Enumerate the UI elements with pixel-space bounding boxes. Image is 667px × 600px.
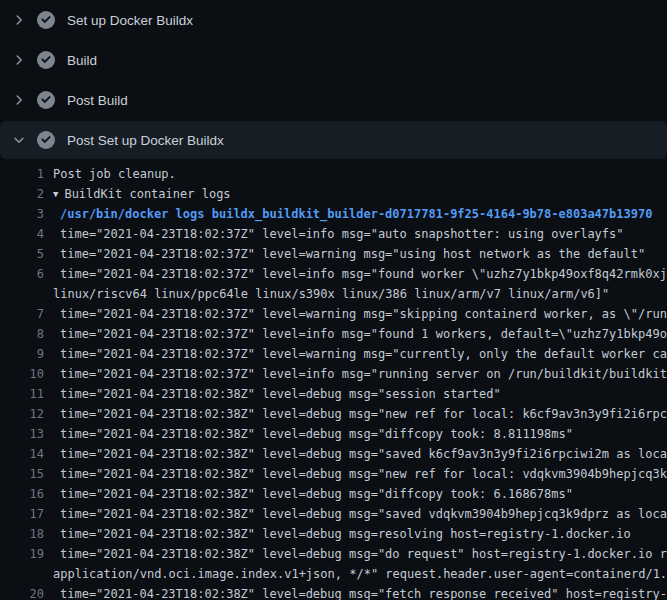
log-text-row: time="2021-04-23T18:02:38Z" level=debug … <box>53 424 573 444</box>
log-text-row: time="2021-04-23T18:02:38Z" level=debug … <box>53 504 667 524</box>
log-text-row: time="2021-04-23T18:02:37Z" level=info m… <box>53 264 667 284</box>
log-line-number[interactable]: 8 <box>0 324 44 344</box>
log-line-text: time="2021-04-23T18:02:38Z" level=debug … <box>44 584 667 600</box>
log-line-number[interactable]: 11 <box>0 384 44 404</box>
log-line-number[interactable]: 20 <box>0 584 44 600</box>
log-text-row: time="2021-04-23T18:02:37Z" level=info m… <box>53 364 667 384</box>
log-line-text: time="2021-04-23T18:02:37Z" level=info m… <box>44 264 667 304</box>
job-steps-list: Set up Docker Buildx Build P <box>0 0 667 159</box>
log-line-text: time="2021-04-23T18:02:37Z" level=warnin… <box>44 304 667 324</box>
log-line-number[interactable]: 12 <box>0 404 44 424</box>
log-text-row: time="2021-04-23T18:02:37Z" level=info m… <box>53 224 624 244</box>
log-text-row: time="2021-04-23T18:02:38Z" level=debug … <box>53 464 667 484</box>
chevron-right-icon <box>11 92 27 108</box>
log-text-wrap-row: application/vnd.oci.image.index.v1+json,… <box>53 564 667 584</box>
log-line-text: time="2021-04-23T18:02:38Z" level=debug … <box>44 384 501 404</box>
log-line-number[interactable]: 10 <box>0 364 44 384</box>
log-text-row: time="2021-04-23T18:02:38Z" level=debug … <box>53 384 501 404</box>
log-line-text: time="2021-04-23T18:02:38Z" level=debug … <box>44 404 667 424</box>
log-line: 8 time="2021-04-23T18:02:37Z" level=info… <box>0 324 667 344</box>
log-line-text: time="2021-04-23T18:02:38Z" level=debug … <box>44 484 573 504</box>
step-label: Post Set up Docker Buildx <box>67 133 224 148</box>
log-line-number[interactable]: 18 <box>0 524 44 544</box>
log-line-text: time="2021-04-23T18:02:37Z" level=info m… <box>44 224 624 244</box>
check-circle-icon <box>37 91 55 109</box>
log-line-text: time="2021-04-23T18:02:37Z" level=warnin… <box>44 344 667 364</box>
step-row-build[interactable]: Build <box>0 40 667 80</box>
log-text-row: time="2021-04-23T18:02:38Z" level=debug … <box>53 484 573 504</box>
log-line-number[interactable]: 19 <box>0 544 44 564</box>
log-line-text: time="2021-04-23T18:02:38Z" level=debug … <box>44 464 667 484</box>
step-label: Post Build <box>67 93 128 108</box>
step-row-post-build[interactable]: Post Build <box>0 80 667 120</box>
log-line-number[interactable]: 13 <box>0 424 44 444</box>
log-text-wrap-row: linux/riscv64 linux/ppc64le linux/s390x … <box>53 284 667 304</box>
log-line-number[interactable]: 6 <box>0 264 44 284</box>
log-text-row: /usr/bin/docker logs buildx_buildkit_bui… <box>53 204 652 224</box>
log-line-text: time="2021-04-23T18:02:38Z" level=debug … <box>44 504 667 524</box>
log-line-number[interactable]: 16 <box>0 484 44 504</box>
log-line-text: time="2021-04-23T18:02:37Z" level=info m… <box>44 324 667 344</box>
chevron-right-icon <box>11 52 27 68</box>
log-text-row: BuildKit container logs <box>64 187 230 201</box>
log-line: 4 time="2021-04-23T18:02:37Z" level=info… <box>0 224 667 244</box>
log-line: 5 time="2021-04-23T18:02:37Z" level=warn… <box>0 244 667 264</box>
log-line: 3 /usr/bin/docker logs buildx_buildkit_b… <box>0 204 667 224</box>
step-log-output: 1 Post job cleanup. 2 ▼BuildKit containe… <box>0 160 667 600</box>
log-line-text: time="2021-04-23T18:02:37Z" level=warnin… <box>44 244 645 264</box>
log-line: 19 time="2021-04-23T18:02:38Z" level=deb… <box>0 544 667 584</box>
log-line-text: time="2021-04-23T18:02:37Z" level=info m… <box>44 364 667 384</box>
log-line-text: time="2021-04-23T18:02:38Z" level=debug … <box>44 544 667 584</box>
check-circle-icon <box>37 51 55 69</box>
log-line-number[interactable]: 1 <box>0 164 44 184</box>
log-line-number[interactable]: 2 <box>0 184 44 204</box>
log-line-number[interactable]: 7 <box>0 304 44 324</box>
log-text-row: time="2021-04-23T18:02:37Z" level=info m… <box>53 324 667 344</box>
log-line: 7 time="2021-04-23T18:02:37Z" level=warn… <box>0 304 667 324</box>
log-line-number[interactable]: 5 <box>0 244 44 264</box>
log-line-text: /usr/bin/docker logs buildx_buildkit_bui… <box>44 204 652 224</box>
chevron-down-icon <box>11 132 27 148</box>
log-text-row: time="2021-04-23T18:02:38Z" level=debug … <box>53 544 667 564</box>
step-label: Build <box>67 53 97 68</box>
log-line: 20 time="2021-04-23T18:02:38Z" level=deb… <box>0 584 667 600</box>
log-text-row: time="2021-04-23T18:02:37Z" level=warnin… <box>53 304 667 324</box>
log-text-row: time="2021-04-23T18:02:38Z" level=debug … <box>53 524 631 544</box>
log-line: 18 time="2021-04-23T18:02:38Z" level=deb… <box>0 524 667 544</box>
log-text-row: time="2021-04-23T18:02:38Z" level=debug … <box>53 404 667 424</box>
log-line-number[interactable]: 14 <box>0 444 44 464</box>
log-line: 12 time="2021-04-23T18:02:38Z" level=deb… <box>0 404 667 424</box>
step-row-set-up-docker-buildx[interactable]: Set up Docker Buildx <box>0 0 667 40</box>
log-line: 14 time="2021-04-23T18:02:38Z" level=deb… <box>0 444 667 464</box>
log-line-text: time="2021-04-23T18:02:38Z" level=debug … <box>44 444 667 464</box>
log-line-number[interactable]: 9 <box>0 344 44 364</box>
log-line: 15 time="2021-04-23T18:02:38Z" level=deb… <box>0 464 667 484</box>
log-line-number[interactable]: 3 <box>0 204 44 224</box>
check-circle-icon <box>37 131 55 149</box>
log-line-text: Post job cleanup. <box>44 164 176 184</box>
log-text-row: time="2021-04-23T18:02:38Z" level=debug … <box>53 444 667 464</box>
log-line-text: time="2021-04-23T18:02:38Z" level=debug … <box>44 524 631 544</box>
log-line: 10 time="2021-04-23T18:02:37Z" level=inf… <box>0 364 667 384</box>
log-line-number[interactable]: 4 <box>0 224 44 244</box>
log-line-number[interactable]: 15 <box>0 464 44 484</box>
log-line: 13 time="2021-04-23T18:02:38Z" level=deb… <box>0 424 667 444</box>
log-line: 2 ▼BuildKit container logs <box>0 184 667 204</box>
log-text-row: time="2021-04-23T18:02:38Z" level=debug … <box>53 584 667 600</box>
log-line-text: ▼BuildKit container logs <box>44 184 231 204</box>
log-line-text: time="2021-04-23T18:02:38Z" level=debug … <box>44 424 573 444</box>
step-row-post-set-up-docker-buildx[interactable]: Post Set up Docker Buildx <box>0 121 667 159</box>
log-line: 6 time="2021-04-23T18:02:37Z" level=info… <box>0 264 667 304</box>
log-line: 16 time="2021-04-23T18:02:38Z" level=deb… <box>0 484 667 504</box>
log-line-number[interactable]: 17 <box>0 504 44 524</box>
step-label: Set up Docker Buildx <box>67 13 193 28</box>
log-line: 17 time="2021-04-23T18:02:38Z" level=deb… <box>0 504 667 524</box>
log-line: 9 time="2021-04-23T18:02:37Z" level=warn… <box>0 344 667 364</box>
check-circle-icon <box>37 11 55 29</box>
log-text-row: time="2021-04-23T18:02:37Z" level=warnin… <box>53 244 645 264</box>
log-text-row: time="2021-04-23T18:02:37Z" level=warnin… <box>53 344 667 364</box>
group-toggle-triangle-icon[interactable]: ▼ <box>53 184 58 204</box>
log-text-row: Post job cleanup. <box>53 164 176 184</box>
log-line: 11 time="2021-04-23T18:02:38Z" level=deb… <box>0 384 667 404</box>
log-line: 1 Post job cleanup. <box>0 164 667 184</box>
